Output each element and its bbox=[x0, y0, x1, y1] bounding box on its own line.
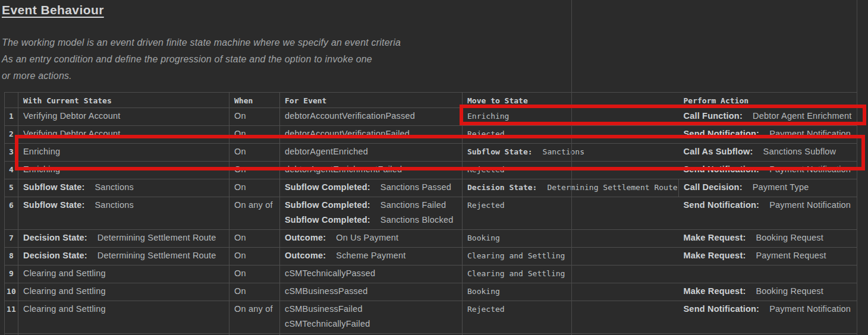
row-number: 4 bbox=[5, 162, 18, 179]
current-state-value: Clearing and Settling bbox=[23, 304, 106, 314]
cell-spacer bbox=[572, 144, 679, 162]
action-value: Payment Notification bbox=[769, 200, 851, 210]
description-line: or more actions. bbox=[2, 68, 401, 84]
row-number: 2 bbox=[5, 126, 18, 144]
cell-for-event: Outcome:On Us Payment bbox=[280, 230, 463, 248]
event-value: debtorAccountVerificationFailed bbox=[285, 129, 410, 138]
cell-for-event: Outcome:Scheme Payment bbox=[280, 248, 463, 266]
event-entry: Subflow Completed:Sanctions Passed bbox=[285, 182, 457, 193]
event-value: debtorAgentEnriched bbox=[285, 147, 368, 156]
current-state-value: Verifying Debtor Account bbox=[23, 111, 121, 121]
header-move-to-state: Move to State bbox=[463, 93, 572, 108]
cell-move-to-state: Rejected bbox=[463, 197, 572, 230]
cell-current-state: Clearing and Settling bbox=[18, 301, 229, 334]
cell-for-event: cSMBusinessFailedcSMTechnicallyFailed bbox=[280, 301, 463, 334]
current-state-value: Enriching bbox=[23, 147, 60, 156]
cell-when: On any of bbox=[229, 301, 280, 334]
move-to-state-value: Booking bbox=[467, 233, 500, 242]
header-perform-action: Perform Action bbox=[679, 93, 857, 108]
current-state-label: Subflow State: bbox=[23, 182, 85, 192]
cell-when: On bbox=[229, 283, 280, 301]
move-to-state-value: Clearing and Settling bbox=[467, 269, 565, 278]
row-number: 11 bbox=[5, 301, 18, 334]
action-label: Send Notification: bbox=[684, 200, 760, 210]
cell-spacer bbox=[572, 197, 679, 230]
move-to-state-value: Booking bbox=[467, 287, 500, 296]
current-state-label: Decision State: bbox=[23, 233, 87, 242]
cell-perform-action: Send Notification:Payment Notification bbox=[679, 301, 857, 334]
event-behaviour-table: With Current States When For Event Move … bbox=[4, 92, 857, 335]
cell-when: On bbox=[229, 144, 280, 162]
cell-spacer bbox=[572, 162, 679, 179]
current-state-value: Determining Settlement Route bbox=[98, 233, 216, 242]
event-entry: debtorAccountVerificationPassed bbox=[285, 110, 457, 122]
event-label: Outcome: bbox=[285, 233, 326, 242]
cell-current-state: Enriching bbox=[18, 144, 229, 162]
cell-spacer bbox=[572, 283, 679, 301]
cell-perform-action: Send Notification:Payment Notification bbox=[679, 162, 857, 179]
cell-move-to-state: Clearing and Settling bbox=[463, 248, 572, 266]
cell-for-event: cSMTechnicallyPassed bbox=[280, 266, 463, 283]
current-state-value: Determining Settlement Route bbox=[98, 251, 216, 260]
cell-move-to-state: Subflow State:Sanctions bbox=[463, 144, 572, 162]
canvas-vertical-line-1 bbox=[571, 0, 572, 335]
event-value: debtorAgentEnrichmentFailed bbox=[285, 165, 402, 174]
action-value: Payment Notification bbox=[769, 165, 851, 174]
cell-current-state: Subflow State:Sanctions bbox=[18, 197, 229, 230]
table-row: 6Subflow State:SanctionsOn any ofSubflow… bbox=[5, 197, 857, 230]
table-row: 8Decision State:Determining Settlement R… bbox=[5, 248, 857, 266]
cell-for-event: debtorAccountVerificationFailed bbox=[280, 126, 463, 144]
row-number: 5 bbox=[5, 179, 18, 197]
action-label: Make Request: bbox=[684, 233, 746, 242]
cell-perform-action: Make Request:Booking Request bbox=[679, 283, 857, 301]
cell-perform-action: Make Request:Booking Request bbox=[679, 230, 857, 248]
cell-spacer bbox=[572, 248, 679, 266]
event-value: cSMTechnicallyFailed bbox=[285, 319, 370, 328]
event-entry: cSMTechnicallyPassed bbox=[285, 268, 457, 279]
canvas-vertical-line-2 bbox=[857, 0, 857, 335]
move-to-state-value: Rejected bbox=[467, 201, 505, 210]
cell-current-state: Clearing and Settling bbox=[18, 266, 229, 283]
cell-current-state: Verifying Debtor Account bbox=[18, 126, 229, 144]
move-to-state-value: Determining Settlement Route bbox=[547, 183, 677, 192]
event-value: cSMTechnicallyPassed bbox=[285, 268, 375, 278]
header-when: When bbox=[229, 93, 280, 108]
document-canvas: Event Behaviour The working model is an … bbox=[0, 0, 868, 335]
event-entry: Subflow Completed:Sanctions Blocked bbox=[285, 214, 457, 226]
row-number: 8 bbox=[5, 248, 18, 266]
current-state-label: Decision State: bbox=[23, 251, 87, 260]
current-state-value: Clearing and Settling bbox=[23, 286, 106, 296]
cell-when: On bbox=[229, 179, 280, 197]
event-value: Sanctions Passed bbox=[380, 182, 451, 192]
row-number: 9 bbox=[5, 266, 18, 283]
current-state-label: Subflow State: bbox=[23, 200, 85, 210]
action-label: Make Request: bbox=[684, 286, 746, 296]
cell-for-event: Subflow Completed:Sanctions Passed bbox=[280, 179, 463, 197]
cell-for-event: debtorAgentEnriched bbox=[280, 144, 463, 162]
current-state-value: Sanctions bbox=[95, 200, 134, 210]
description-line: As an entry condition and define the pro… bbox=[2, 51, 401, 68]
action-label: Send Notification: bbox=[684, 304, 760, 314]
current-state-value: Sanctions bbox=[95, 182, 134, 192]
action-label: Make Request: bbox=[684, 251, 746, 260]
event-entry: Subflow Completed:Sanctions Failed bbox=[285, 200, 457, 211]
cell-when: On bbox=[229, 266, 280, 283]
action-label: Call Decision: bbox=[684, 182, 743, 192]
cell-move-to-state: Rejected bbox=[463, 162, 572, 179]
current-state-value: Enriching bbox=[23, 165, 60, 174]
cell-move-to-state: Rejected bbox=[463, 126, 572, 144]
event-value: On Us Payment bbox=[336, 233, 398, 242]
move-to-state-label: Decision State: bbox=[467, 183, 537, 192]
event-value: cSMBusinessFailed bbox=[285, 304, 363, 314]
event-label: Subflow Completed: bbox=[285, 200, 370, 210]
table-row: 10Clearing and SettlingOncSMBusinessPass… bbox=[5, 283, 857, 301]
event-value: debtorAccountVerificationPassed bbox=[285, 111, 415, 121]
cell-when: On bbox=[229, 248, 280, 266]
table-row: 11Clearing and SettlingOn any ofcSMBusin… bbox=[5, 301, 857, 334]
cell-for-event: Subflow Completed:Sanctions FailedSubflo… bbox=[280, 197, 463, 230]
cell-spacer bbox=[572, 230, 679, 248]
move-to-state-label: Subflow State: bbox=[467, 147, 533, 156]
row-number: 6 bbox=[5, 197, 18, 230]
header-for-event: For Event bbox=[280, 93, 463, 108]
action-value: Booking Request bbox=[756, 233, 823, 242]
